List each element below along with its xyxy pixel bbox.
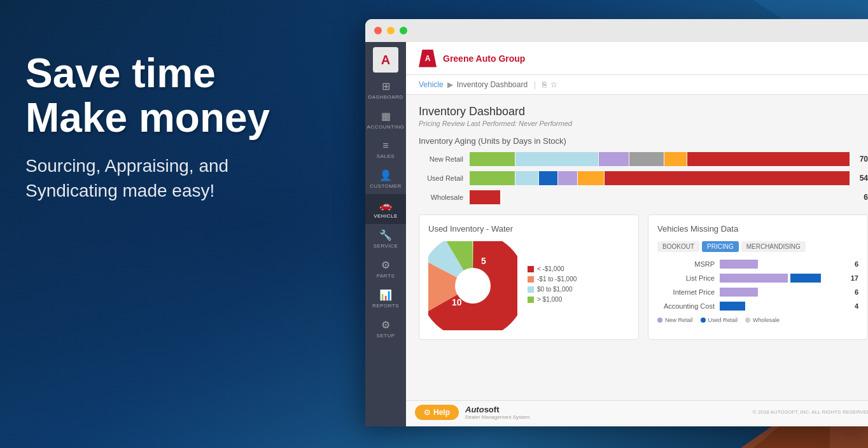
sidebar-item-vehicle[interactable]: 🚗 VEHICLE [365,194,406,224]
sidebar-item-service[interactable]: 🔧 SERVICE [365,224,406,254]
missing-count-internet-price: 6 [855,288,858,296]
browser-dot-maximize[interactable] [400,27,407,34]
topbar-company-name: Greene Auto Group [443,53,525,64]
accounting-icon: ▦ [381,110,391,122]
aging-row-used-retail: Used Retail 54 [419,171,868,185]
bar-seg [629,152,663,166]
ml-label-new-retail: New Retail [665,317,693,323]
topbar-logo: A [419,50,437,67]
content-area: Inventory Dashboard Pricing Review Last … [406,95,868,400]
sidebar-label-service: SERVICE [374,243,398,249]
ml-item-wholesale: Wholesale [745,317,780,323]
legend-dot-4 [528,297,534,303]
help-label: Help [433,408,450,417]
hero-subheadline: Sourcing, Appraising, andSyndicating mad… [25,153,344,203]
sidebar-item-reports[interactable]: 📊 REPORTS [365,284,406,314]
bar-seg [558,171,577,185]
missing-count-msrp: 6 [855,260,858,268]
bar-seg [515,171,538,185]
pie-chart-svg: 41 10 5 [428,241,517,330]
aging-section-title: Inventory Aging (Units by Days in Stock) [419,136,868,146]
ml-dot-new-retail [657,318,662,323]
missing-bars-list-price [720,274,843,283]
parts-icon: ⚙ [381,259,390,271]
ml-label-used-retail: Used Retail [708,317,738,323]
share-icon[interactable]: ⎘ [542,80,547,89]
aging-row-wholesale: Wholesale 6 [419,190,868,204]
legend-dot-2 [528,276,534,283]
help-button[interactable]: ⊙ Help [415,405,459,420]
sidebar-item-accounting[interactable]: ▦ ACCOUNTING [365,105,406,135]
aging-bars-wholesale [470,190,853,204]
footer-brand-group: Autosoft Dealer Management System [465,405,529,420]
sidebar-item-dashboard[interactable]: ⊞ DASHBOARD [365,75,406,105]
pie-legend: < -$1,000 -$1 to -$1,000 $0 to $1,000 [528,265,577,306]
bar-seg [578,171,604,185]
bar-seg [687,152,849,166]
footer-bar: ⊙ Help Autosoft Dealer Management System… [406,400,868,423]
sidebar-item-sales[interactable]: ≡ SALES [365,135,406,164]
missing-count-list-price: 17 [851,274,858,282]
sidebar-logo: A [373,47,398,73]
topbar: A Greene Auto Group [406,42,868,75]
reports-icon: 📊 [379,289,392,301]
pie-card-title: Used Inventory - Water [428,224,629,234]
sidebar-label-dashboard: DASHBOARD [368,94,403,100]
app-layout: A ⊞ DASHBOARD ▦ ACCOUNTING ≡ SALES 👤 CUS… [365,42,868,426]
aging-label-used-retail: Used Retail [419,174,463,182]
service-icon: 🔧 [379,229,392,241]
legend-label-3: $0 to $1,000 [537,286,573,293]
ml-item-used-retail: Used Retail [701,317,738,323]
footer-copyright: © 2018 AUTOSOFT, INC. ALL RIGHTS RESERVE… [753,409,868,415]
bar-seg [664,152,687,166]
customer-icon: 👤 [379,169,392,181]
sidebar-item-parts[interactable]: ⚙ PARTS [365,254,406,284]
bar-seg [720,274,788,283]
missing-row-internet-price: Internet Price 6 [657,288,858,297]
help-icon: ⊙ [424,408,430,417]
missing-label-internet-price: Internet Price [657,288,715,296]
ml-label-wholesale: Wholesale [753,317,780,323]
sidebar: A ⊞ DASHBOARD ▦ ACCOUNTING ≡ SALES 👤 CUS… [365,42,406,426]
breadcrumb-parent[interactable]: Vehicle [419,80,444,89]
sidebar-item-customer[interactable]: 👤 CUSTOMER [365,164,406,194]
bar-seg [605,171,850,185]
sidebar-label-sales: SALES [377,153,395,159]
hero-section: Save time Make money Sourcing, Appraisin… [25,51,344,203]
missing-label-list-price: List Price [657,274,715,282]
bar-seg [720,288,758,297]
breadcrumb-bar: Vehicle ▶ Inventory Dashboard | ⎘ ☆ [406,75,868,95]
sidebar-label-customer: CUSTOMER [370,183,402,189]
hero-headline: Save time Make money [25,51,344,141]
tab-merchandising[interactable]: MERCHANDISING [741,241,806,252]
aging-chart: New Retail 70 Used Retail [419,152,868,204]
browser-dot-close[interactable] [374,27,382,34]
missing-data-card: Vehicles Missing Data BOOKOUT PRICING ME… [648,214,868,340]
tab-pricing[interactable]: PRICING [702,241,739,252]
page-title: Inventory Dashboard [419,105,868,118]
bar-seg [790,274,821,283]
svg-text:5: 5 [481,256,486,266]
sidebar-item-setup[interactable]: ⚙ SETUP [365,314,406,344]
missing-card-title: Vehicles Missing Data [657,224,858,234]
sidebar-label-setup: SETUP [376,333,395,339]
legend-item-4: > $1,000 [528,296,577,303]
svg-text:41: 41 [466,279,480,293]
star-icon[interactable]: ☆ [550,80,557,89]
browser-dot-minimize[interactable] [387,27,395,34]
aging-label-wholesale: Wholesale [419,193,463,201]
legend-item-1: < -$1,000 [528,265,577,272]
page-subtitle: Pricing Review Last Performed: Never Per… [419,120,868,127]
main-content: A Greene Auto Group Vehicle ▶ Inventory … [406,42,868,426]
vehicle-icon: 🚗 [379,199,392,211]
pie-card: Used Inventory - Water [419,214,639,340]
legend-dot-1 [528,266,534,272]
pie-container: 41 10 5 < -$1,000 [428,241,629,330]
sidebar-label-accounting: ACCOUNTING [367,124,405,130]
sidebar-label-vehicle: VEHICLE [374,213,398,219]
browser-chrome [365,19,868,42]
missing-count-accounting-cost: 4 [855,302,858,310]
tab-bookout[interactable]: BOOKOUT [657,241,699,252]
sales-icon: ≡ [382,140,388,151]
legend-label-1: < -$1,000 [537,265,564,272]
